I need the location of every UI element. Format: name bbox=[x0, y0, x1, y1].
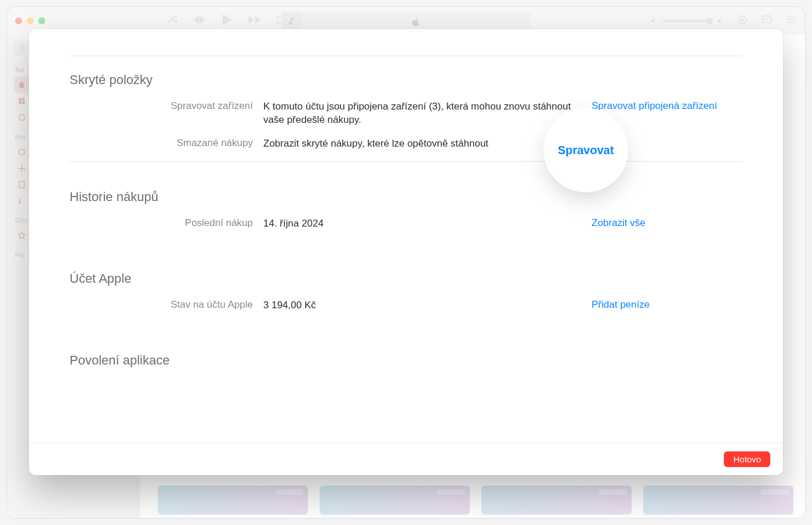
section-title-app-permissions: Povolení aplikace bbox=[70, 353, 742, 368]
account-settings-modal: Skryté položky Spravovat zařízení K tomu… bbox=[29, 29, 783, 475]
row-label: Poslední nákup bbox=[70, 217, 253, 229]
highlight-callout: Spravovat bbox=[547, 111, 625, 189]
manage-devices-link[interactable]: Spravovat připojená zařízení bbox=[592, 100, 717, 111]
row-label: Smazané nákupy bbox=[70, 137, 253, 149]
section-title-apple-account: Účet Apple bbox=[70, 271, 742, 286]
row-label: Stav na účtu Apple bbox=[70, 299, 253, 311]
section-title-hidden-items: Skryté položky bbox=[70, 72, 742, 88]
row-label: Spravovat zařízení bbox=[70, 100, 253, 112]
section-title-purchase-history: Historie nákupů bbox=[70, 189, 742, 205]
row-value: Zobrazit skryté nákupy, které lze opětov… bbox=[263, 137, 581, 151]
row-value: 3 194,00 Kč bbox=[263, 299, 581, 312]
manage-hidden-purchases-link[interactable]: Spravovat bbox=[558, 144, 614, 157]
row-value: 14. října 2024 bbox=[263, 217, 581, 231]
modal-footer: Hotovo bbox=[29, 443, 783, 475]
show-all-link[interactable]: Zobrazit vše bbox=[592, 217, 646, 228]
done-button[interactable]: Hotovo bbox=[724, 451, 770, 467]
add-money-link[interactable]: Přidat peníze bbox=[592, 299, 650, 310]
row-value: K tomuto účtu jsou připojena zařízení (3… bbox=[263, 100, 581, 127]
